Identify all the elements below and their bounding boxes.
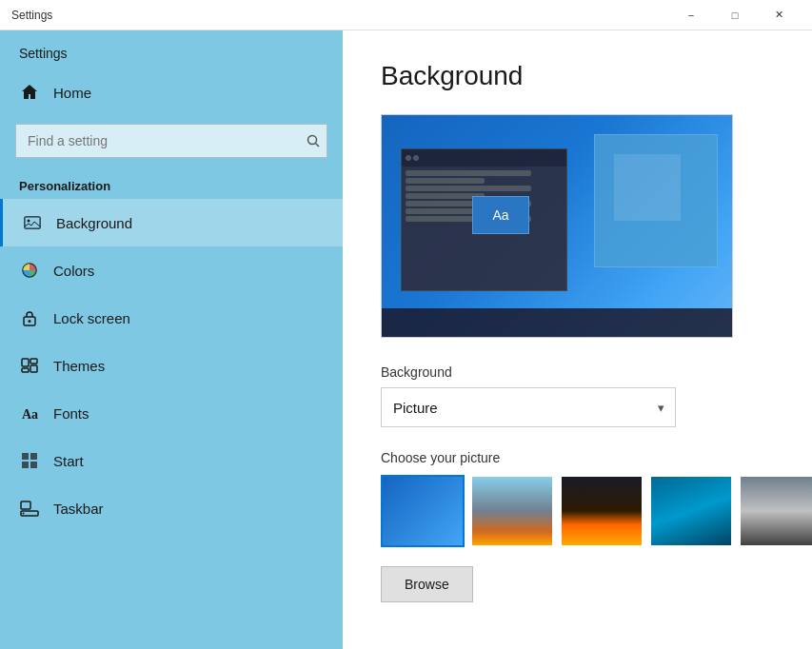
- svg-rect-16: [30, 462, 37, 468]
- svg-rect-11: [22, 368, 29, 372]
- sidebar-item-taskbar[interactable]: Taskbar: [0, 484, 343, 532]
- search-container: [15, 124, 327, 158]
- thumbnail-beach[interactable]: [470, 475, 554, 547]
- preview-aa-block: Aa: [472, 196, 529, 234]
- svg-rect-8: [22, 359, 29, 366]
- home-icon: [19, 82, 40, 103]
- app-name: Settings: [0, 30, 343, 69]
- svg-point-0: [308, 136, 317, 145]
- desktop-preview-container: Aa: [381, 114, 733, 338]
- thumb-visual-blue: [383, 477, 463, 545]
- thumbnail-ocean[interactable]: [649, 475, 733, 547]
- sidebar-item-colors-label: Colors: [53, 263, 94, 279]
- svg-line-1: [316, 144, 320, 148]
- sidebar-item-fonts-label: Fonts: [53, 405, 89, 422]
- svg-point-19: [23, 513, 25, 515]
- content-area: Background: [343, 30, 812, 649]
- sidebar-item-themes[interactable]: Themes: [0, 342, 343, 389]
- svg-rect-9: [30, 359, 37, 364]
- thumb-visual-sunset: [562, 477, 642, 545]
- themes-icon: [19, 355, 40, 376]
- sidebar-item-background-label: Background: [56, 215, 132, 231]
- sidebar-item-taskbar-label: Taskbar: [53, 501, 104, 517]
- svg-text:Aa: Aa: [22, 407, 38, 422]
- taskbar-icon: [19, 498, 40, 519]
- preview-inner-box: [614, 154, 681, 221]
- preview-line: [406, 170, 531, 176]
- svg-point-4: [28, 220, 30, 223]
- sidebar-item-lock-screen-label: Lock screen: [53, 310, 130, 326]
- preview-window-titlebar: [402, 149, 566, 167]
- thumbnail-blue[interactable]: [381, 475, 465, 547]
- thumb-visual-ocean: [651, 477, 731, 545]
- background-dropdown-wrapper: Picture Solid color Slideshow ▾: [381, 387, 676, 427]
- title-bar: Settings − □ ✕: [0, 0, 812, 30]
- svg-rect-3: [25, 217, 40, 228]
- search-input[interactable]: [15, 124, 327, 158]
- sidebar-item-home-label: Home: [53, 85, 91, 101]
- fonts-icon: Aa: [19, 403, 40, 423]
- background-dropdown[interactable]: Picture Solid color Slideshow: [381, 387, 676, 427]
- sidebar-item-colors[interactable]: Colors: [0, 246, 343, 294]
- picture-grid: [381, 475, 774, 547]
- sidebar-item-home[interactable]: Home: [0, 69, 343, 116]
- svg-rect-10: [30, 365, 37, 372]
- preview-window-right: [594, 134, 718, 267]
- preview-dot: [413, 155, 419, 161]
- desktop-preview: Aa: [382, 115, 732, 337]
- background-icon: [22, 212, 43, 233]
- app-body: Settings Home Personalization: [0, 30, 812, 649]
- thumb-visual-cliff: [741, 477, 812, 545]
- thumbnail-cliff[interactable]: [739, 475, 812, 547]
- svg-rect-15: [22, 462, 29, 468]
- lock-screen-icon: [19, 307, 40, 328]
- background-dropdown-label: Background: [381, 364, 774, 380]
- minimize-button[interactable]: −: [669, 0, 713, 30]
- colors-icon: [19, 260, 40, 281]
- sidebar: Settings Home Personalization: [0, 30, 343, 649]
- preview-line: [406, 186, 531, 191]
- sidebar-item-fonts[interactable]: Aa Fonts: [0, 389, 343, 437]
- svg-rect-18: [21, 502, 30, 509]
- browse-button[interactable]: Browse: [381, 566, 473, 602]
- sidebar-item-themes-label: Themes: [53, 358, 105, 374]
- sidebar-item-lock-screen[interactable]: Lock screen: [0, 294, 343, 342]
- window-controls: − □ ✕: [669, 0, 801, 30]
- close-button[interactable]: ✕: [757, 0, 801, 30]
- app-title: Settings: [11, 9, 52, 22]
- sidebar-item-start-label: Start: [53, 453, 84, 469]
- choose-picture-label: Choose your picture: [381, 450, 774, 465]
- sidebar-item-background[interactable]: Background: [0, 199, 343, 246]
- section-personalization: Personalization: [0, 169, 343, 199]
- thumb-visual-beach: [472, 477, 552, 545]
- maximize-button[interactable]: □: [713, 0, 757, 30]
- search-icon: [307, 134, 320, 148]
- svg-rect-13: [22, 453, 29, 460]
- page-title: Background: [381, 61, 774, 91]
- svg-rect-14: [30, 453, 37, 460]
- start-icon: [19, 450, 40, 471]
- preview-dot: [406, 155, 411, 161]
- preview-line: [406, 178, 485, 184]
- preview-taskbar: [382, 308, 732, 337]
- svg-point-7: [29, 320, 31, 323]
- sidebar-item-start[interactable]: Start: [0, 437, 343, 484]
- thumbnail-sunset[interactable]: [560, 475, 644, 547]
